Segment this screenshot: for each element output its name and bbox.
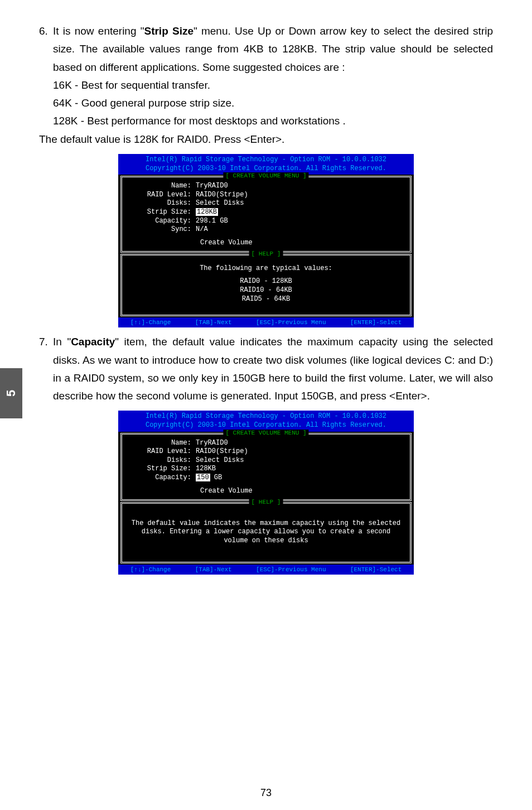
bios-menu-panel: [ CREATE VOLUME MENU ] Name:TryRAID0 RAI… xyxy=(120,176,412,253)
bios-header-line-2: Copyright(C) 2003-10 Intel Corporation. … xyxy=(118,165,414,173)
help-1-line-1: The following are typical values: xyxy=(129,264,403,273)
bios-help-panel-2: [ HELP ] The default value indicates the… xyxy=(120,502,412,564)
capacity-label-2: Capacity: xyxy=(129,474,196,483)
footer-next-2: [TAB]-Next xyxy=(195,566,232,573)
strip-size-label-2: Strip Size: xyxy=(129,465,196,474)
footer-prev: [ESC]-Previous Menu xyxy=(256,319,326,326)
help-1-line-4: RAID5 - 64KB xyxy=(129,295,403,304)
name-value-2: TryRAID0 xyxy=(196,439,228,448)
bios-screenshot-1: Intel(R) Rapid Storage Technology - Opti… xyxy=(118,154,414,327)
strip-size-value-2: 128KB xyxy=(196,465,216,474)
strip-size-value[interactable]: 128KB xyxy=(196,208,218,217)
step-6-sub-3: 128K - Best performance for most desktop… xyxy=(39,112,493,130)
step-6-bold: Strip Size xyxy=(144,25,194,37)
disks-value: Select Disks xyxy=(196,199,244,208)
help-1-line-2: RAID0 - 128KB xyxy=(129,277,403,286)
strip-size-label: Strip Size: xyxy=(129,208,196,217)
capacity-label: Capacity: xyxy=(129,217,196,226)
create-volume-2[interactable]: Create Volume xyxy=(129,487,403,495)
bios-menu-title: [ CREATE VOLUME MENU ] xyxy=(223,172,308,179)
step-6-number: 6. xyxy=(39,22,53,40)
name-value: TryRAID0 xyxy=(196,182,228,191)
name-label: Name: xyxy=(129,182,196,191)
help-2-line-3: volume on these disks xyxy=(129,537,403,546)
bios-menu-title-2: [ CREATE VOLUME MENU ] xyxy=(223,430,308,436)
sync-label: Sync: xyxy=(129,225,196,234)
step-6-text-1: It is now entering " xyxy=(53,25,144,37)
disks-value-2: Select Disks xyxy=(196,456,244,465)
step-6: 6. It is now entering "Strip Size" menu.… xyxy=(39,22,493,76)
footer-change: [↑↓]-Change xyxy=(130,319,171,326)
disks-label: Disks: xyxy=(129,199,196,208)
capacity-value-2[interactable]: 150 GB xyxy=(196,474,222,483)
sync-value: N/A xyxy=(196,225,208,234)
raid-level-value-2: RAID0(Stripe) xyxy=(196,447,248,456)
name-label-2: Name: xyxy=(129,439,196,448)
bios-footer: [↑↓]-Change [TAB]-Next [ESC]-Previous Me… xyxy=(118,317,414,327)
bios-help-title: [ HELP ] xyxy=(249,250,283,257)
step-7-text-2: " item, the default value indicates the … xyxy=(53,336,493,402)
footer-change-2: [↑↓]-Change xyxy=(130,566,171,573)
bios-footer-2: [↑↓]-Change [TAB]-Next [ESC]-Previous Me… xyxy=(118,565,414,575)
step-7: 7. In "Capacity" item, the default value… xyxy=(39,333,493,405)
step-6-content: It is now entering "Strip Size" menu. Us… xyxy=(53,22,493,76)
bios-header: Intel(R) Rapid Storage Technology - Opti… xyxy=(118,154,414,175)
footer-next: [TAB]-Next xyxy=(195,319,232,326)
bios-header-line-1b: Intel(R) Rapid Storage Technology - Opti… xyxy=(118,412,414,421)
page-number: 73 xyxy=(260,787,272,799)
bios-header-2: Intel(R) Rapid Storage Technology - Opti… xyxy=(118,411,414,431)
step-6-sub-2: 64K - Good general purpose strip size. xyxy=(39,94,493,112)
disks-label-2: Disks: xyxy=(129,456,196,465)
step-7-number: 7. xyxy=(39,333,53,351)
footer-select: [ENTER]-Select xyxy=(350,319,402,326)
step-6-sub-1: 16K - Best for sequential transfer. xyxy=(39,76,493,94)
bios-menu-panel-2: [ CREATE VOLUME MENU ] Name:TryRAID0 RAI… xyxy=(120,433,412,501)
bios-header-line-1: Intel(R) Rapid Storage Technology - Opti… xyxy=(118,156,414,165)
raid-level-label: RAID Level: xyxy=(129,191,196,200)
raid-level-value: RAID0(Stripe) xyxy=(196,191,248,200)
bios-header-line-2b: Copyright(C) 2003-10 Intel Corporation. … xyxy=(118,421,414,430)
bios-help-panel: [ HELP ] The following are typical value… xyxy=(120,254,412,316)
capacity-value: 298.1 GB xyxy=(196,217,228,226)
footer-select-2: [ENTER]-Select xyxy=(350,566,402,573)
step-7-content: In "Capacity" item, the default value in… xyxy=(53,333,493,405)
help-2-line-2: disks. Entering a lower capacity allows … xyxy=(129,528,403,537)
side-tab-chapter: 5 xyxy=(0,368,22,418)
step-7-bold: Capacity xyxy=(71,336,115,348)
bios-screenshot-2: Intel(R) Rapid Storage Technology - Opti… xyxy=(118,411,414,575)
bios-help-title-2: [ HELP ] xyxy=(249,499,283,505)
step-7-text-1: In " xyxy=(53,336,71,348)
raid-level-label-2: RAID Level: xyxy=(129,447,196,456)
create-volume[interactable]: Create Volume xyxy=(129,239,403,247)
footer-prev-2: [ESC]-Previous Menu xyxy=(256,566,326,573)
help-1-line-3: RAID10 - 64KB xyxy=(129,286,403,295)
help-2-line-1: The default value indicates the maximum … xyxy=(129,519,403,528)
step-6-sub-4: The default value is 128K for RAID0. Pre… xyxy=(39,131,493,148)
